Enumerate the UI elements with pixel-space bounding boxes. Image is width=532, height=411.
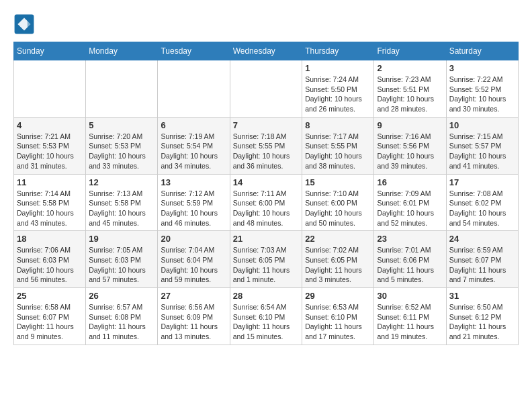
day-number: 30: [377, 291, 443, 301]
sunrise-text: Sunrise: 6:52 AM: [377, 302, 443, 312]
weekday-header-monday: Monday: [86, 42, 158, 60]
daylight-text: Daylight: 10 hours and 56 minutes.: [17, 265, 83, 285]
daylight-text: Daylight: 11 hours and 5 minutes.: [377, 265, 443, 285]
day-info: Sunrise: 6:56 AMSunset: 6:09 PMDaylight:…: [161, 302, 226, 342]
calendar-cell: 22Sunrise: 7:02 AMSunset: 6:05 PMDayligh…: [302, 231, 374, 288]
daylight-text: Daylight: 11 hours and 13 minutes.: [161, 322, 226, 341]
calendar-cell: 5Sunrise: 7:20 AMSunset: 5:53 PMDaylight…: [86, 117, 158, 174]
calendar-cell: 29Sunrise: 6:53 AMSunset: 6:10 PMDayligh…: [302, 288, 374, 345]
calendar-week-row: 18Sunrise: 7:06 AMSunset: 6:03 PMDayligh…: [14, 231, 519, 288]
day-number: 4: [17, 120, 83, 130]
daylight-text: Daylight: 10 hours and 39 minutes.: [377, 151, 443, 171]
day-number: 9: [377, 120, 443, 130]
sunrise-text: Sunrise: 7:03 AM: [233, 245, 300, 255]
sunset-text: Sunset: 5:59 PM: [161, 198, 226, 208]
day-number: 1: [305, 63, 371, 73]
calendar-cell: 14Sunrise: 7:11 AMSunset: 6:00 PMDayligh…: [230, 174, 302, 231]
calendar-cell: 10Sunrise: 7:15 AMSunset: 5:57 PMDayligh…: [446, 117, 518, 174]
sunset-text: Sunset: 6:03 PM: [89, 255, 154, 265]
daylight-text: Daylight: 10 hours and 54 minutes.: [449, 208, 515, 228]
daylight-text: Daylight: 10 hours and 36 minutes.: [233, 151, 300, 171]
sunset-text: Sunset: 6:06 PM: [377, 255, 443, 265]
sunrise-text: Sunrise: 7:22 AM: [449, 75, 515, 85]
day-number: 22: [305, 234, 371, 244]
calendar-cell: 23Sunrise: 7:01 AMSunset: 6:06 PMDayligh…: [374, 231, 446, 288]
calendar-cell: 19Sunrise: 7:05 AMSunset: 6:03 PMDayligh…: [86, 231, 158, 288]
day-number: 23: [377, 234, 443, 244]
day-info: Sunrise: 7:23 AMSunset: 5:51 PMDaylight:…: [377, 75, 443, 114]
sunrise-text: Sunrise: 7:02 AM: [305, 245, 371, 255]
day-number: 21: [233, 234, 300, 244]
daylight-text: Daylight: 11 hours and 17 minutes.: [305, 322, 371, 341]
weekday-header-row: SundayMondayTuesdayWednesdayThursdayFrid…: [14, 42, 519, 60]
day-info: Sunrise: 6:58 AMSunset: 6:07 PMDaylight:…: [17, 302, 83, 342]
sunrise-text: Sunrise: 7:10 AM: [305, 189, 371, 199]
day-number: 26: [89, 291, 154, 301]
sunrise-text: Sunrise: 7:08 AM: [449, 189, 515, 199]
calendar-cell: 8Sunrise: 7:17 AMSunset: 5:55 PMDaylight…: [302, 117, 374, 174]
day-number: 19: [89, 234, 154, 244]
sunrise-text: Sunrise: 6:53 AM: [305, 302, 371, 312]
daylight-text: Daylight: 10 hours and 45 minutes.: [89, 208, 154, 228]
sunrise-text: Sunrise: 7:01 AM: [377, 245, 443, 255]
day-info: Sunrise: 7:02 AMSunset: 6:05 PMDaylight:…: [305, 245, 371, 285]
calendar-cell: 4Sunrise: 7:21 AMSunset: 5:53 PMDaylight…: [14, 117, 86, 174]
daylight-text: Daylight: 10 hours and 26 minutes.: [305, 94, 371, 113]
calendar-cell: 25Sunrise: 6:58 AMSunset: 6:07 PMDayligh…: [14, 288, 86, 345]
calendar-cell: 21Sunrise: 7:03 AMSunset: 6:05 PMDayligh…: [230, 231, 302, 288]
sunset-text: Sunset: 5:54 PM: [161, 141, 226, 151]
day-info: Sunrise: 6:59 AMSunset: 6:07 PMDaylight:…: [449, 245, 515, 285]
daylight-text: Daylight: 10 hours and 52 minutes.: [377, 208, 443, 228]
day-info: Sunrise: 7:15 AMSunset: 5:57 PMDaylight:…: [449, 132, 515, 171]
sunset-text: Sunset: 5:55 PM: [233, 141, 300, 151]
sunrise-text: Sunrise: 7:18 AM: [233, 132, 300, 142]
calendar-cell: [158, 60, 230, 118]
calendar-cell: 28Sunrise: 6:54 AMSunset: 6:10 PMDayligh…: [230, 288, 302, 345]
daylight-text: Daylight: 11 hours and 11 minutes.: [89, 322, 154, 341]
day-info: Sunrise: 7:05 AMSunset: 6:03 PMDaylight:…: [89, 245, 154, 285]
day-number: 6: [161, 120, 226, 130]
sunrise-text: Sunrise: 7:24 AM: [305, 75, 371, 85]
sunrise-text: Sunrise: 7:21 AM: [17, 132, 83, 142]
daylight-text: Daylight: 11 hours and 9 minutes.: [17, 322, 83, 341]
daylight-text: Daylight: 11 hours and 1 minute.: [233, 265, 300, 285]
day-info: Sunrise: 7:21 AMSunset: 5:53 PMDaylight:…: [17, 132, 83, 171]
sunrise-text: Sunrise: 7:04 AM: [161, 245, 226, 255]
daylight-text: Daylight: 10 hours and 34 minutes.: [161, 151, 226, 171]
sunset-text: Sunset: 6:04 PM: [161, 255, 226, 265]
calendar-cell: [86, 60, 158, 118]
sunrise-text: Sunrise: 7:16 AM: [377, 132, 443, 142]
calendar-cell: 16Sunrise: 7:09 AMSunset: 6:01 PMDayligh…: [374, 174, 446, 231]
daylight-text: Daylight: 10 hours and 38 minutes.: [305, 151, 371, 171]
sunset-text: Sunset: 6:10 PM: [233, 312, 300, 322]
sunset-text: Sunset: 6:07 PM: [17, 312, 83, 322]
day-number: 11: [17, 177, 83, 187]
day-info: Sunrise: 7:04 AMSunset: 6:04 PMDaylight:…: [161, 245, 226, 285]
calendar-cell: 13Sunrise: 7:12 AMSunset: 5:59 PMDayligh…: [158, 174, 230, 231]
day-number: 8: [305, 120, 371, 130]
sunrise-text: Sunrise: 7:19 AM: [161, 132, 226, 142]
day-number: 7: [233, 120, 300, 130]
sunrise-text: Sunrise: 7:23 AM: [377, 75, 443, 85]
sunset-text: Sunset: 5:58 PM: [17, 198, 83, 208]
sunrise-text: Sunrise: 7:05 AM: [89, 245, 154, 255]
daylight-text: Daylight: 10 hours and 41 minutes.: [449, 151, 515, 171]
sunset-text: Sunset: 6:05 PM: [305, 255, 371, 265]
daylight-text: Daylight: 11 hours and 7 minutes.: [449, 265, 515, 285]
calendar-cell: 11Sunrise: 7:14 AMSunset: 5:58 PMDayligh…: [14, 174, 86, 231]
sunset-text: Sunset: 5:51 PM: [377, 85, 443, 95]
sunset-text: Sunset: 6:02 PM: [449, 198, 515, 208]
calendar-cell: 17Sunrise: 7:08 AMSunset: 6:02 PMDayligh…: [446, 174, 518, 231]
sunset-text: Sunset: 6:03 PM: [17, 255, 83, 265]
sunset-text: Sunset: 6:10 PM: [305, 312, 371, 322]
sunrise-text: Sunrise: 7:17 AM: [305, 132, 371, 142]
weekday-header-friday: Friday: [374, 42, 446, 60]
calendar-table: SundayMondayTuesdayWednesdayThursdayFrid…: [13, 42, 519, 345]
sunrise-text: Sunrise: 7:06 AM: [17, 245, 83, 255]
calendar-cell: 20Sunrise: 7:04 AMSunset: 6:04 PMDayligh…: [158, 231, 230, 288]
daylight-text: Daylight: 11 hours and 3 minutes.: [305, 265, 371, 285]
sunset-text: Sunset: 6:11 PM: [377, 312, 443, 322]
calendar-cell: 3Sunrise: 7:22 AMSunset: 5:52 PMDaylight…: [446, 60, 518, 118]
day-info: Sunrise: 7:10 AMSunset: 6:00 PMDaylight:…: [305, 189, 371, 228]
weekday-header-thursday: Thursday: [302, 42, 374, 60]
